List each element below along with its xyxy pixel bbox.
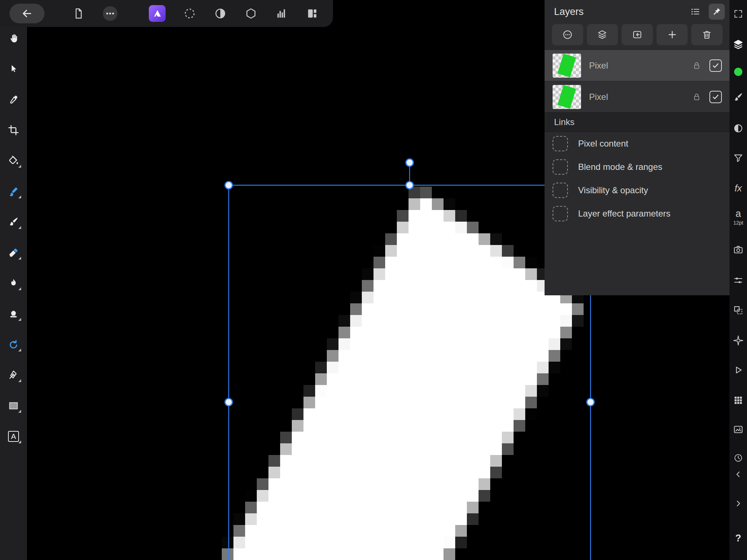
lock-icon[interactable] <box>691 60 702 71</box>
sliders-icon <box>733 275 744 286</box>
paint-brush-tool[interactable] <box>6 216 21 228</box>
histogram-icon <box>275 7 288 20</box>
layers-rail-button[interactable] <box>732 38 745 51</box>
astrophotography-persona-button[interactable] <box>275 7 288 20</box>
link-label: Blend mode & ranges <box>578 162 662 172</box>
insert-inside-icon <box>632 29 643 40</box>
adjustments-button[interactable] <box>732 122 745 135</box>
top-toolbar <box>0 0 333 27</box>
enhance-button[interactable] <box>732 334 745 347</box>
layer-row[interactable]: Pixel <box>545 50 730 81</box>
text-tool[interactable]: A <box>6 430 21 443</box>
clone-stamp-tool[interactable] <box>6 308 21 320</box>
link-row-visibility[interactable]: Visibility & opacity <box>545 179 730 202</box>
add-layer-button[interactable] <box>657 24 688 45</box>
view-hand-tool[interactable] <box>6 32 21 44</box>
selection-handle-top-mid[interactable] <box>406 182 413 189</box>
stamp-icon <box>8 308 19 320</box>
layer-options-button[interactable] <box>552 24 583 45</box>
link-checkbox[interactable] <box>553 183 568 198</box>
adjustments-icon <box>733 123 744 134</box>
selection-handle-top-left[interactable] <box>225 182 232 189</box>
fx-icon: fx <box>735 183 742 194</box>
more-options-icon <box>562 29 573 40</box>
check-icon <box>711 61 720 70</box>
help-button[interactable]: ? <box>732 532 745 545</box>
camera-icon <box>733 244 744 255</box>
grid-icon <box>733 395 744 406</box>
delete-layer-button[interactable] <box>691 24 723 45</box>
move-cursor-icon <box>8 63 19 74</box>
link-checkbox[interactable] <box>553 136 568 151</box>
insert-inside-button[interactable] <box>622 24 653 45</box>
document-icon <box>72 7 85 20</box>
rotate-arrow-icon <box>8 339 19 350</box>
undo-brush-tool[interactable] <box>6 338 21 351</box>
flood-fill-tool[interactable] <box>6 155 21 167</box>
link-row-blend-mode[interactable]: Blend mode & ranges <box>545 155 730 179</box>
grid-button[interactable] <box>732 394 745 407</box>
more-button[interactable] <box>101 5 119 22</box>
contrast-circle-icon <box>214 7 227 20</box>
brushes-button[interactable] <box>732 91 745 104</box>
left-toolbar: A <box>0 27 27 560</box>
typography-icon: a <box>735 209 741 219</box>
rectangle-tool[interactable] <box>6 400 21 412</box>
panel-menu-button[interactable] <box>689 5 701 18</box>
selection-brush-tool[interactable] <box>6 185 21 198</box>
layers-panel: Layers <box>545 0 730 295</box>
play-button[interactable] <box>732 363 745 377</box>
history-clock-icon <box>733 453 743 463</box>
tone-mapping-persona-button[interactable] <box>244 7 258 20</box>
lock-icon[interactable] <box>691 92 702 102</box>
document-button[interactable] <box>71 7 85 20</box>
selection-persona-button[interactable] <box>183 7 196 20</box>
collapse-right-button[interactable] <box>732 497 745 510</box>
link-checkbox[interactable] <box>553 159 568 175</box>
history-button[interactable] <box>732 451 745 464</box>
pin-icon <box>712 7 722 17</box>
layer-row[interactable]: Pixel <box>545 81 730 112</box>
rotation-handle[interactable] <box>406 159 413 166</box>
link-row-pixel-content[interactable]: Pixel content <box>545 132 730 155</box>
selection-handle-mid-left[interactable] <box>225 398 232 406</box>
persona-group <box>149 5 319 22</box>
photo-persona-button[interactable] <box>149 5 166 22</box>
back-arrow-icon <box>22 8 32 19</box>
camera-button[interactable] <box>732 243 745 256</box>
collapse-left-button[interactable] <box>732 468 745 481</box>
crop-tool[interactable] <box>6 124 21 136</box>
sliders-button[interactable] <box>732 274 745 287</box>
transform-button[interactable] <box>732 304 745 317</box>
layers-icon <box>732 39 744 50</box>
layer-stack-button[interactable] <box>587 24 618 45</box>
link-row-layer-effects[interactable]: Layer effect parameters <box>545 202 730 225</box>
expand-button[interactable] <box>732 7 745 20</box>
layer-visibility-checkbox[interactable] <box>709 91 722 103</box>
pin-panel-button[interactable] <box>709 4 725 20</box>
eyedropper-icon <box>8 94 19 105</box>
develop-persona-button[interactable] <box>214 7 227 20</box>
text-tool-letter: A <box>11 432 16 441</box>
live-filters-button[interactable] <box>732 151 745 164</box>
erase-brush-tool[interactable] <box>6 246 21 259</box>
color-picker-tool[interactable] <box>6 93 21 106</box>
eraser-icon <box>8 247 19 258</box>
selection-handle-mid-right[interactable] <box>587 398 594 406</box>
text-tool-icon: A <box>8 431 19 442</box>
layer-name: Pixel <box>589 92 691 102</box>
move-tool[interactable] <box>6 63 21 75</box>
dodge-burn-tool[interactable] <box>6 277 21 289</box>
back-button[interactable] <box>9 4 44 23</box>
layer-visibility-checkbox[interactable] <box>709 59 722 72</box>
check-icon <box>711 93 720 101</box>
images-button[interactable] <box>732 423 745 436</box>
typography-button[interactable]: a 12pt <box>732 206 745 228</box>
effects-button[interactable]: fx <box>732 182 745 195</box>
add-icon <box>667 29 678 40</box>
link-checkbox[interactable] <box>553 206 568 221</box>
color-swatch-button[interactable] <box>732 65 745 78</box>
crop-icon <box>8 124 19 136</box>
pen-tool[interactable] <box>6 369 21 381</box>
export-persona-button[interactable] <box>306 7 319 20</box>
